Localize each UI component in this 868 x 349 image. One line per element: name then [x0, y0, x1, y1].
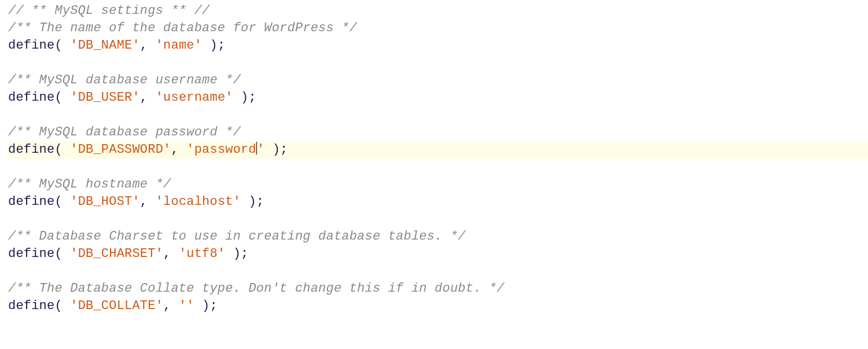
code-line-active: define( 'DB_PASSWORD', 'password' );: [8, 141, 868, 159]
code-line: define( 'DB_USER', 'username' );: [8, 89, 868, 106]
blank-line: [8, 263, 868, 280]
comment-line: // ** MySQL settings ** //: [8, 2, 868, 20]
code-editor[interactable]: // ** MySQL settings ** ///** The name o…: [0, 0, 868, 315]
code-line: define( 'DB_CHARSET', 'utf8' );: [8, 245, 868, 263]
comment-line: /** MySQL hostname */: [8, 176, 868, 193]
code-line: define( 'DB_HOST', 'localhost' );: [8, 193, 868, 211]
comment-line: /** The name of the database for WordPre…: [8, 20, 868, 37]
comment-line: /** MySQL database username */: [8, 72, 868, 89]
blank-line: [8, 211, 868, 228]
code-line: define( 'DB_NAME', 'name' );: [8, 37, 868, 54]
comment-line: /** MySQL database password */: [8, 124, 868, 141]
blank-line: [8, 106, 868, 124]
code-line: define( 'DB_COLLATE', '' );: [8, 297, 868, 315]
comment-line: /** The Database Collate type. Don't cha…: [8, 280, 868, 297]
blank-line: [8, 159, 868, 176]
blank-line: [8, 54, 868, 72]
comment-line: /** Database Charset to use in creating …: [8, 228, 868, 245]
